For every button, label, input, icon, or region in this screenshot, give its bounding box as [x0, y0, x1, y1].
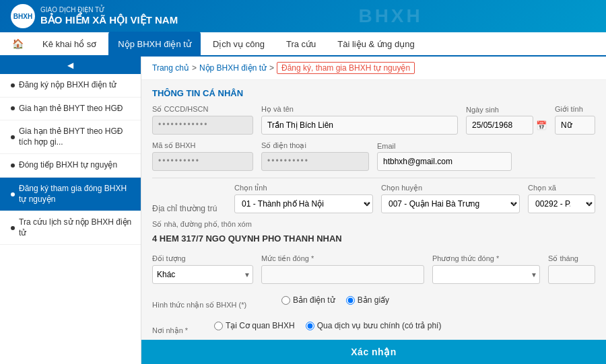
breadcrumb-sep2: > — [269, 63, 274, 73]
group-sdt: Số điện thoại •••••••••• — [261, 141, 369, 171]
dot-icon — [11, 192, 15, 196]
radio-bandientu-label[interactable]: Bản điện tử — [281, 295, 335, 305]
header-title: Giao dịch điện tử Bảo Hiểm Xã Hội Việt N… — [40, 6, 178, 26]
radio-taicoquan-label[interactable]: Tại Cơ quan BHXH — [214, 321, 295, 330]
select-doituong[interactable]: Khác — [152, 265, 253, 284]
group-diachi-label: Địa chỉ thường trú — [152, 204, 226, 213]
radio-bangiay-label[interactable]: Bản giấy — [346, 295, 389, 305]
nav-item-kekhai[interactable]: Kê khai hồ sơ — [33, 32, 106, 56]
nav-item-nopbhxh[interactable]: Nộp BHXH điện tử — [108, 32, 201, 56]
dot-icon — [11, 135, 15, 139]
label-sonha: Số nhà, đường phố, thôn xóm — [152, 220, 595, 229]
xacnhan-button[interactable]: Xác nhận — [351, 347, 396, 357]
breadcrumb-parent[interactable]: Nộp BHXH điện tử — [199, 63, 267, 73]
select-phuongthuc-wrap: ▼ — [432, 265, 540, 284]
select-huyen[interactable]: 007 - Quận Hai Bà Trưng — [381, 194, 520, 213]
header: BHXH Giao dịch điện tử Bảo Hiểm Xã Hội V… — [0, 0, 606, 32]
group-sonha: Số nhà, đường phố, thôn xóm 4 HEM 317/7 … — [152, 220, 595, 249]
input-sothang[interactable] — [548, 265, 595, 284]
group-doituong: Đối tượng Khác ▼ — [152, 254, 253, 284]
input-email[interactable] — [377, 152, 512, 171]
label-sothang: Số tháng — [548, 254, 595, 263]
clear-tinh-btn[interactable]: × — [363, 199, 372, 209]
input-ngaysinh[interactable] — [466, 116, 533, 135]
breadcrumb: Trang chủ > Nộp BHXH điện tử > Đăng ký, … — [141, 57, 606, 80]
sidebar-item-giahantichhop[interactable]: Gia hạn thẻ BHYT theo HGĐ tích hợp gi... — [0, 120, 141, 154]
radio-taicoquan[interactable] — [214, 322, 223, 330]
group-hoten: Họ và tên — [261, 105, 458, 135]
group-muctiendong: Mức tiền đóng * — [261, 254, 424, 284]
sidebar-item-dangky[interactable]: Đăng ký nộp BHXH điện tử — [0, 74, 141, 98]
form-row-3: Địa chỉ thường trú Chọn tỉnh 01 - Thành … — [152, 184, 595, 213]
radio-quabuuchinh[interactable] — [306, 322, 314, 330]
label-phuongthuc: Phương thức đóng * — [432, 254, 540, 263]
label-mabhxh: Mã số BHXH — [152, 141, 253, 150]
input-hoten[interactable] — [261, 116, 458, 135]
label-muctiendong: Mức tiền đóng * — [261, 254, 424, 263]
input-gioitinh[interactable] — [555, 116, 595, 135]
input-sdt[interactable]: •••••••••• — [261, 152, 369, 171]
divider-1 — [152, 178, 595, 178]
select-doituong-wrap: Khác ▼ — [152, 265, 253, 284]
input-mabhxh[interactable]: •••••••••• — [152, 152, 253, 171]
breadcrumb-home[interactable]: Trang chủ — [152, 63, 189, 73]
sidebar-item-dangkythamgia[interactable]: Đăng ký tham gia đóng BHXH tự nguyện — [0, 178, 141, 211]
section-title: THÔNG TIN CÁ NHÂN — [152, 88, 595, 98]
group-chonhuyen: Chọn huyện 007 - Quận Hai Bà Trưng × — [381, 184, 520, 213]
header-watermark: BHXH — [186, 5, 595, 27]
label-hinhthuc: Hình thức nhận số BHXH (*) — [152, 301, 273, 310]
sidebar-item-tracuu[interactable]: Tra cứu lịch sử nộp BHXH điện tử — [0, 211, 141, 245]
logo-icon: BHXH — [11, 4, 35, 28]
label-email: Email — [377, 142, 595, 150]
group-chonxa: Chọn xã 00292 - P... × — [528, 184, 595, 213]
input-cccd[interactable]: •••••••••••• — [152, 116, 253, 135]
group-phuongthuc: Phương thức đóng * ▼ — [432, 254, 540, 284]
dot-icon — [11, 83, 15, 87]
radio-hinhthuc: Bản điện tử Bản giấy — [281, 291, 389, 310]
clear-huyen-btn[interactable]: × — [510, 199, 518, 209]
breadcrumb-current: Đăng ký, tham gia BHXH tự nguyện — [277, 62, 415, 74]
label-gioitinh: Giới tính — [555, 105, 595, 114]
form-area: THÔNG TIN CÁ NHÂN Số CCCD/HSCN •••••••••… — [141, 80, 606, 364]
dot-icon — [11, 163, 15, 168]
select-phuongthuc[interactable] — [432, 265, 540, 284]
confirm-bar: Xác nhận — [141, 340, 606, 364]
nav-item-tailieu[interactable]: Tài liệu & ứng dụng — [328, 32, 424, 56]
breadcrumb-sep1: > — [192, 63, 197, 73]
select-xa-wrap: 00292 - P... × — [528, 194, 595, 213]
label-sdt: Số điện thoại — [261, 141, 369, 150]
dot-icon — [11, 226, 15, 230]
content-area: Trang chủ > Nộp BHXH điện tử > Đăng ký, … — [141, 57, 606, 364]
clear-xa-btn[interactable]: × — [585, 199, 594, 209]
group-sothang: Số tháng — [548, 254, 595, 284]
group-noinhanlabel: Nơi nhận * — [152, 326, 206, 335]
nav-home[interactable]: 🏠 — [5, 34, 30, 53]
form-row-4: Đối tượng Khác ▼ Mức tiền đóng * Phương … — [152, 254, 595, 284]
sidebar-item-giahan[interactable]: Gia hạn thẻ BHYT theo HGĐ — [0, 98, 141, 121]
form-row-6: Nơi nhận * Tại Cơ quan BHXH Qua dịch vụ … — [152, 316, 595, 335]
group-cccd: Số CCCD/HSCN •••••••••••• — [152, 105, 253, 135]
select-tinh[interactable]: 01 - Thành phố Hà Nội — [234, 194, 373, 213]
sidebar-item-dongtiep[interactable]: Đóng tiếp BHXH tự nguyện — [0, 154, 141, 178]
sidebar-toggle[interactable]: ◀ — [0, 57, 141, 74]
logo: BHXH Giao dịch điện tử Bảo Hiểm Xã Hội V… — [11, 4, 178, 28]
label-chonhuyen: Chọn huyện — [381, 184, 520, 192]
radio-bangiay[interactable] — [346, 296, 355, 305]
form-row-1: Số CCCD/HSCN •••••••••••• Họ và tên Ngày… — [152, 105, 595, 135]
group-ngaysinh: Ngày sinh 📅 — [466, 106, 547, 135]
form-row-5: Hình thức nhận số BHXH (*) Bản điện tử B… — [152, 291, 595, 310]
address-text: 4 HEM 317/7 NGO QUYNH PHO THANH NHAN — [152, 233, 595, 244]
calendar-icon[interactable]: 📅 — [536, 120, 547, 131]
form-row-2: Mã số BHXH •••••••••• Số điện thoại ••••… — [152, 141, 595, 171]
radio-noinhans: Tại Cơ quan BHXH Qua dịch vụ bưu chính (… — [214, 316, 441, 335]
group-gioitinh: Giới tính — [555, 105, 595, 135]
radio-quabuuchinh-label[interactable]: Qua dịch vụ bưu chính (có trả phí) — [306, 321, 442, 330]
input-muctiendong[interactable] — [261, 265, 424, 284]
nav-item-tracuu[interactable]: Tra cứu — [277, 32, 325, 56]
group-chontinh: Chọn tỉnh 01 - Thành phố Hà Nội × — [234, 184, 373, 213]
dot-icon — [11, 106, 15, 110]
nav-item-dichvu[interactable]: Dịch vụ công — [203, 32, 274, 56]
navbar: 🏠 Kê khai hồ sơ Nộp BHXH điện tử Dịch vụ… — [0, 32, 606, 57]
group-mabhxh: Mã số BHXH •••••••••• — [152, 141, 253, 171]
radio-bandientu[interactable] — [281, 296, 290, 305]
